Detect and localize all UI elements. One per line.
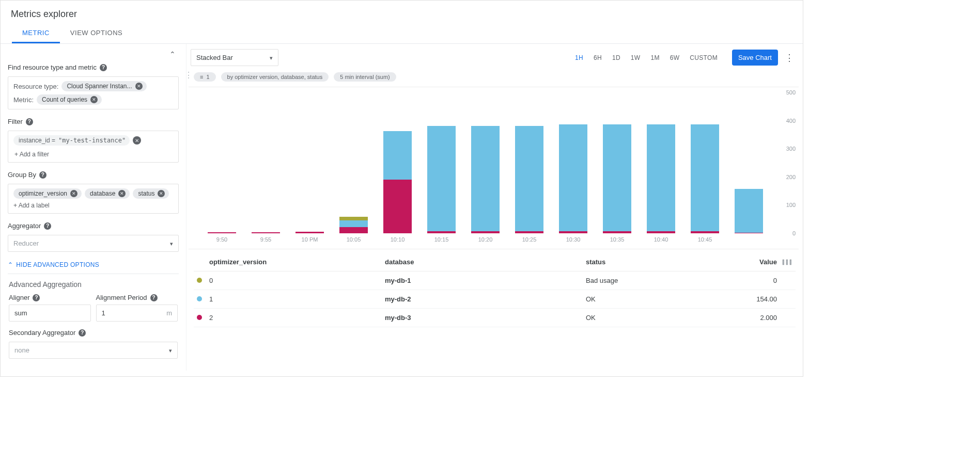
bar-segment — [252, 232, 279, 233]
hide-advanced-link[interactable]: HIDE ADVANCED OPTIONS — [8, 259, 99, 274]
x-tick: 10:20 — [478, 236, 493, 243]
bar-segment — [339, 217, 367, 220]
sidebar: Find resource type and metric ? Resource… — [1, 44, 186, 371]
groupby-chip[interactable]: optimizer_version✕ — [13, 188, 82, 199]
collapse-panel-icon[interactable] — [169, 50, 176, 58]
remove-icon[interactable]: ✕ — [90, 96, 98, 103]
interval-chip[interactable]: 5 min interval (sum) — [334, 72, 396, 82]
help-icon[interactable]: ? — [26, 118, 33, 125]
bar-segment — [559, 231, 587, 233]
add-filter-link[interactable]: + Add a filter — [13, 149, 173, 158]
help-icon[interactable]: ? — [100, 64, 107, 71]
y-tick: 100 — [786, 202, 796, 208]
secondary-agg-select[interactable]: none — [9, 342, 178, 359]
bar-segment — [383, 131, 411, 180]
filter-count-chip[interactable]: 1 — [194, 72, 216, 82]
groupby-box[interactable]: optimizer_version✕database✕status✕+ Add … — [8, 184, 179, 214]
more-menu-icon[interactable]: ⋮ — [782, 53, 797, 62]
bar — [647, 124, 675, 233]
tab-metric[interactable]: METRIC — [12, 24, 60, 43]
remove-icon[interactable]: ✕ — [118, 190, 126, 197]
column-chooser-icon[interactable]: ⫿⫿⫿ — [777, 258, 792, 266]
groupby-chip[interactable]: database✕ — [85, 188, 130, 199]
y-tick: 200 — [786, 174, 796, 180]
legend-header-database[interactable]: database — [385, 258, 586, 266]
legend-header-status[interactable]: status — [586, 258, 730, 266]
bar-segment — [647, 231, 675, 233]
remove-filter-icon[interactable]: ✕ — [133, 136, 141, 145]
range-1d[interactable]: 1D — [607, 51, 626, 65]
groupby-summary-chip[interactable]: by optimizer version, database, status — [221, 72, 329, 82]
add-label-link[interactable]: + Add a label — [13, 202, 50, 209]
remove-icon[interactable]: ✕ — [135, 83, 143, 90]
y-tick: 300 — [786, 146, 796, 152]
chevron-down-icon — [170, 239, 173, 247]
range-6w[interactable]: 6W — [665, 51, 685, 65]
legend-row[interactable]: 0my-db-1Bad usage0 — [194, 271, 796, 290]
series-color-dot — [197, 278, 202, 283]
bar-segment — [603, 124, 631, 231]
chevron-down-icon — [169, 346, 172, 354]
help-icon[interactable]: ? — [150, 294, 158, 301]
bar-segment — [691, 124, 719, 231]
page-header: Metrics explorer — [1, 1, 803, 24]
page-title: Metrics explorer — [11, 9, 792, 20]
bar-segment — [471, 231, 499, 233]
query-summary-chips: 1 by optimizer version, database, status… — [186, 70, 803, 87]
chart-type-select[interactable]: Stacked Bar — [191, 49, 278, 66]
help-icon[interactable]: ? — [44, 222, 51, 230]
filter-chip[interactable]: instance_id = "my-test-instance" — [13, 135, 130, 146]
help-icon[interactable]: ? — [79, 329, 86, 337]
legend-row[interactable]: 2my-db-3OK2.000 — [194, 309, 796, 327]
series-color-dot — [197, 296, 202, 301]
panel-resize-handle[interactable] — [186, 62, 191, 88]
x-tick: 10:40 — [654, 236, 668, 243]
help-icon[interactable]: ? — [33, 294, 40, 301]
range-custom[interactable]: CUSTOM — [685, 51, 723, 65]
groupby-chips: optimizer_version✕database✕status✕+ Add … — [13, 188, 173, 209]
bar-segment — [339, 220, 367, 227]
bar — [559, 124, 587, 233]
bar-segment — [339, 227, 367, 233]
filter-box[interactable]: instance_id = "my-test-instance" ✕ + Add… — [8, 131, 179, 163]
y-tick: 0 — [792, 230, 796, 236]
help-icon[interactable]: ? — [39, 171, 46, 179]
bar-segment — [603, 231, 631, 233]
filter-label: Filter ? — [8, 118, 179, 125]
x-tick: 10 PM — [302, 236, 318, 243]
range-1h[interactable]: 1H — [570, 51, 588, 65]
bar — [383, 131, 411, 233]
metric-label: Metric: — [13, 96, 34, 104]
resource-type-chip[interactable]: Cloud Spanner Instan... ✕ — [61, 81, 146, 91]
legend-table: optimizer_version database status Value … — [186, 249, 803, 327]
legend-header-optimizer[interactable]: optimizer_version — [209, 258, 385, 266]
bar-segment — [647, 124, 675, 231]
bar — [339, 217, 367, 233]
range-1m[interactable]: 1M — [645, 51, 664, 65]
time-range-group: 1H6H1D1W1M6WCUSTOM — [570, 51, 723, 65]
x-tick: 9:50 — [216, 236, 227, 243]
bar — [427, 126, 455, 233]
find-resource-label: Find resource type and metric ? — [8, 63, 179, 71]
remove-icon[interactable]: ✕ — [70, 190, 77, 197]
alignment-period-input[interactable]: 1 m — [96, 305, 178, 322]
legend-header-value[interactable]: Value — [730, 258, 777, 266]
range-6h[interactable]: 6H — [588, 51, 607, 65]
aligner-select[interactable]: sum — [9, 305, 91, 322]
tabs: METRIC VIEW OPTIONS — [1, 24, 803, 44]
bar — [515, 126, 543, 233]
resource-metric-box[interactable]: Resource type: Cloud Spanner Instan... ✕… — [8, 76, 179, 109]
bar — [603, 124, 631, 233]
tab-view-options[interactable]: VIEW OPTIONS — [60, 24, 133, 43]
aggregator-select[interactable]: Reducer — [8, 235, 179, 252]
remove-icon[interactable]: ✕ — [158, 190, 165, 197]
save-chart-button[interactable]: Save Chart — [732, 50, 778, 66]
legend-row[interactable]: 1my-db-2OK154.00 — [194, 290, 796, 309]
x-tick: 10:30 — [566, 236, 581, 243]
x-tick: 10:05 — [347, 236, 361, 243]
secondary-agg-label: Secondary Aggregator — [9, 329, 75, 337]
chevron-up-icon — [8, 261, 13, 268]
metric-chip[interactable]: Count of queries ✕ — [37, 94, 102, 105]
range-1w[interactable]: 1W — [626, 51, 646, 65]
groupby-chip[interactable]: status✕ — [133, 188, 169, 199]
